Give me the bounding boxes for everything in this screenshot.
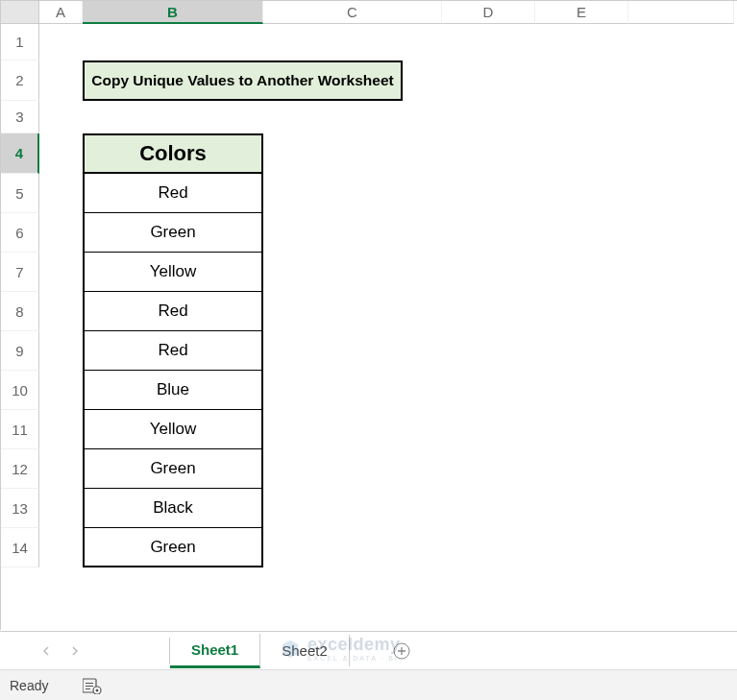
- row-header-12[interactable]: 12: [1, 449, 39, 489]
- spreadsheet-grid: 1 2 3 4 5 6 7 8 9 10 11 12 13 14 A B C D…: [0, 0, 737, 630]
- status-bar: Ready: [0, 669, 737, 700]
- svg-point-7: [96, 688, 99, 691]
- row-header-1[interactable]: 1: [1, 24, 39, 60]
- macro-record-icon[interactable]: [83, 677, 102, 694]
- watermark-sub: EXCEL & DATA · BI: [307, 655, 401, 662]
- data-cell[interactable]: Black: [83, 489, 263, 528]
- row-header-4[interactable]: 4: [1, 133, 39, 174]
- select-all-corner[interactable]: [1, 1, 39, 24]
- status-text: Ready: [10, 678, 48, 693]
- data-cell[interactable]: Yellow: [83, 253, 263, 292]
- data-cell[interactable]: Green: [83, 213, 263, 253]
- row-header-5[interactable]: 5: [1, 174, 39, 213]
- row-header-7[interactable]: 7: [1, 253, 39, 292]
- data-cell[interactable]: Yellow: [83, 410, 263, 449]
- svg-rect-4: [86, 686, 93, 687]
- row-header-14[interactable]: 14: [1, 528, 39, 567]
- row-header-3[interactable]: 3: [1, 101, 39, 133]
- col-header-B[interactable]: B: [83, 1, 263, 24]
- row-header-2[interactable]: 2: [1, 60, 39, 101]
- table-header-cell[interactable]: Colors: [83, 133, 263, 174]
- svg-rect-5: [86, 688, 90, 689]
- watermark-text: exceldemy: [307, 635, 401, 654]
- col-header-A[interactable]: A: [39, 1, 83, 24]
- data-cell[interactable]: Green: [83, 449, 263, 489]
- sheet-tab-sheet1[interactable]: Sheet1: [170, 634, 260, 668]
- svg-rect-3: [86, 683, 93, 684]
- row-header-9[interactable]: 9: [1, 331, 39, 371]
- data-cell[interactable]: Blue: [83, 371, 263, 410]
- data-cell[interactable]: Red: [83, 331, 263, 371]
- row-header-10[interactable]: 10: [1, 371, 39, 410]
- col-header-F[interactable]: [628, 1, 734, 24]
- row-header-6[interactable]: 6: [1, 213, 39, 253]
- data-cell[interactable]: Green: [83, 528, 263, 567]
- grid-content: A B C D E Copy Unique Values to Another …: [39, 1, 737, 630]
- tab-next-button[interactable]: [63, 640, 86, 663]
- data-cell[interactable]: Red: [83, 174, 263, 213]
- row-header-13[interactable]: 13: [1, 489, 39, 528]
- row-header-column: 1 2 3 4 5 6 7 8 9 10 11 12 13 14: [1, 1, 39, 630]
- data-cell[interactable]: Red: [83, 292, 263, 331]
- col-header-C[interactable]: C: [263, 1, 442, 24]
- svg-marker-0: [283, 640, 298, 658]
- row-header-8[interactable]: 8: [1, 292, 39, 331]
- watermark: exceldemy EXCEL & DATA · BI: [279, 635, 401, 662]
- title-cell[interactable]: Copy Unique Values to Another Worksheet: [83, 60, 403, 101]
- col-header-D[interactable]: D: [442, 1, 535, 24]
- row-header-11[interactable]: 11: [1, 410, 39, 449]
- col-header-E[interactable]: E: [535, 1, 628, 24]
- tab-prev-button[interactable]: [35, 640, 58, 663]
- col-header-row: A B C D E: [39, 1, 737, 24]
